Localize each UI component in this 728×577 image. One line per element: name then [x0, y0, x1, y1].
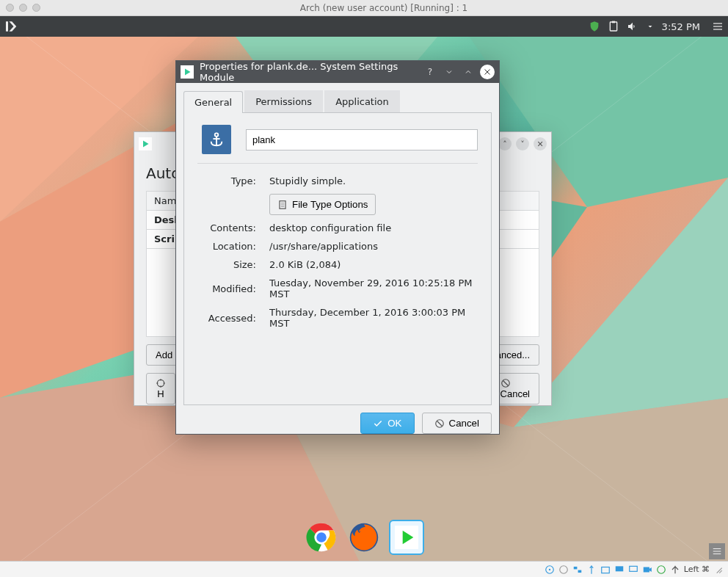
size-value: 2.0 KiB (2,084)	[269, 259, 478, 270]
svg-point-43	[658, 565, 666, 573]
properties-titlebar[interactable]: Properties for plank.de... System Settin…	[176, 61, 499, 83]
firefox-icon	[349, 522, 379, 553]
settings-app-icon	[139, 137, 152, 150]
accessed-value: Thursday, December 1, 2016 3:00:03 PM MS…	[269, 307, 478, 329]
tab-permissions[interactable]: Permissions	[244, 90, 323, 112]
dock-firefox[interactable]	[346, 520, 382, 555]
panel-menu-button[interactable]	[707, 21, 728, 32]
general-tab-pane: Type: Stupidly simple. File Type Options…	[183, 113, 492, 405]
shared-folder-icon[interactable]	[600, 565, 611, 575]
dock-systemsettings[interactable]	[389, 520, 424, 555]
chrome-icon	[306, 522, 337, 553]
tab-general[interactable]: General	[183, 91, 243, 113]
host-window-title: Arch (new user account) [Running] : 1	[46, 3, 722, 13]
system-tray: 3:52 PM	[581, 21, 707, 32]
help-button[interactable]: ?	[423, 65, 437, 79]
autostart-maximize-button[interactable]: ˅	[516, 137, 529, 150]
cd-icon[interactable]	[558, 565, 569, 575]
svg-point-19	[215, 133, 219, 137]
separator	[197, 163, 478, 164]
host-zoom-dot[interactable]	[32, 4, 40, 12]
ok-button[interactable]: OK	[360, 413, 414, 434]
size-label: Size:	[197, 259, 256, 270]
dock	[304, 520, 424, 555]
dialog-footer: OK Cancel	[176, 413, 499, 441]
svg-rect-41	[630, 566, 638, 571]
location-value: /usr/share/applications	[269, 241, 478, 252]
autostart-close-button[interactable]: ✕	[534, 137, 547, 150]
tray-expand-icon[interactable]	[646, 22, 655, 31]
display2-icon[interactable]	[628, 565, 638, 575]
host-minimize-dot[interactable]	[19, 4, 27, 12]
anchor-icon	[208, 131, 225, 148]
dock-settings-button[interactable]	[709, 543, 725, 559]
shield-icon[interactable]	[589, 21, 600, 32]
cancel-icon	[434, 418, 445, 429]
keep-above-button[interactable]	[442, 65, 456, 79]
tab-application[interactable]: Application	[324, 90, 400, 112]
clipboard-icon[interactable]	[608, 21, 619, 32]
svg-point-35	[549, 568, 550, 570]
document-icon	[277, 200, 288, 210]
dock-chrome[interactable]	[304, 520, 339, 555]
mouse-integration-icon[interactable]	[670, 565, 680, 575]
seamless-icon[interactable]	[656, 565, 666, 575]
network-icon[interactable]	[572, 565, 583, 575]
check-icon	[373, 418, 383, 429]
type-value: Stupidly simple.	[269, 175, 478, 186]
svg-rect-39	[602, 567, 610, 573]
top-panel: 3:52 PM	[0, 16, 728, 37]
crosshair-icon	[156, 378, 166, 388]
cancel-icon	[500, 378, 511, 388]
host-titlebar: Arch (new user account) [Running] : 1	[0, 0, 728, 16]
svg-rect-11	[612, 21, 615, 23]
svg-line-27	[437, 421, 442, 426]
contents-label: Contents:	[197, 222, 256, 233]
hamburger-icon	[712, 21, 724, 32]
svg-point-14	[157, 380, 164, 386]
location-label: Location:	[197, 241, 256, 252]
minimize-button[interactable]	[461, 65, 476, 79]
chevron-up-icon	[464, 68, 473, 76]
file-icon-button[interactable]	[202, 125, 231, 154]
video-icon[interactable]	[642, 565, 652, 575]
close-icon	[483, 68, 492, 76]
host-close-dot[interactable]	[6, 4, 14, 12]
svg-rect-38	[578, 570, 581, 573]
panel-clock[interactable]: 3:52 PM	[662, 21, 700, 32]
resize-grip-icon[interactable]	[713, 565, 724, 575]
kde-logo-icon	[4, 20, 17, 33]
svg-rect-40	[616, 566, 624, 571]
svg-rect-37	[574, 566, 578, 569]
settings-app-icon	[181, 65, 194, 79]
application-launcher-button[interactable]	[0, 16, 21, 37]
play-icon	[395, 526, 418, 549]
properties-tabs: General Permissions Application	[183, 90, 492, 113]
close-button[interactable]	[480, 65, 495, 79]
modified-label: Modified:	[197, 283, 256, 294]
vm-status-bar: Left ⌘	[0, 561, 728, 577]
contents-value: desktop configuration file	[269, 222, 478, 233]
volume-icon[interactable]	[627, 21, 638, 32]
properties-title: Properties for plank.de... System Settin…	[200, 61, 417, 83]
type-label: Type:	[197, 175, 256, 186]
usb-icon[interactable]	[586, 565, 597, 575]
accessed-label: Accessed:	[197, 313, 256, 324]
modified-value: Tuesday, November 29, 2016 10:25:18 PM M…	[269, 277, 478, 300]
file-name-input[interactable]	[246, 129, 478, 150]
host-key-label: Left ⌘	[684, 565, 710, 574]
svg-point-36	[560, 565, 568, 573]
svg-rect-42	[644, 567, 649, 572]
disk-icon[interactable]	[545, 565, 555, 575]
svg-rect-10	[610, 22, 616, 31]
properties-dialog: Properties for plank.de... System Settin…	[175, 60, 500, 435]
autostart-minimize-button[interactable]: ˄	[498, 137, 512, 150]
chevron-down-icon	[445, 68, 454, 76]
display-icon[interactable]	[614, 565, 625, 575]
cancel-button[interactable]: Cancel	[422, 413, 492, 434]
file-type-options-button[interactable]: File Type Options	[269, 194, 376, 215]
desktop: 3:52 PM ˄ ˅ ✕ Auto Name Deskt Script	[0, 16, 728, 577]
svg-line-16	[503, 381, 508, 386]
hamburger-icon	[712, 546, 722, 556]
help-button[interactable]: H	[146, 373, 175, 404]
